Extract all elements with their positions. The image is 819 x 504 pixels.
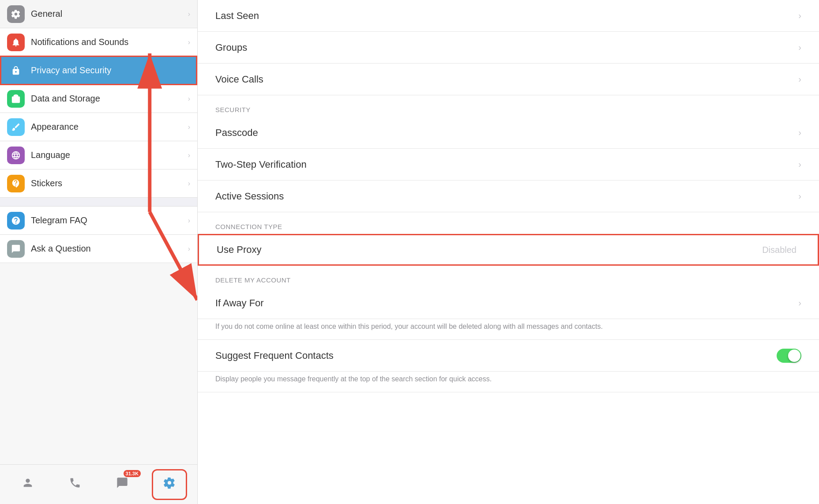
- faq-icon: [7, 212, 25, 229]
- active-sessions-label: Active Sessions: [215, 191, 798, 202]
- sidebar-item-language[interactable]: Language ›: [0, 141, 197, 169]
- passcode-chevron: ›: [798, 128, 801, 138]
- general-icon: [7, 5, 25, 23]
- use-proxy-value: Disabled: [762, 245, 796, 255]
- chevron-icon: ›: [188, 217, 190, 225]
- data-icon: [7, 90, 25, 108]
- sidebar-item-label-ask: Ask a Question: [31, 244, 188, 254]
- stickers-icon: [7, 175, 25, 192]
- contacts-tab-icon: [22, 477, 34, 492]
- active-sessions-chevron: ›: [798, 191, 801, 201]
- sidebar-item-label-faq: Telegram FAQ: [31, 215, 188, 226]
- sidebar-item-privacy[interactable]: Privacy and Security: [0, 56, 197, 85]
- sidebar-spacer: [0, 198, 197, 207]
- active-sessions-row[interactable]: Active Sessions ›: [198, 181, 819, 212]
- voice-calls-row[interactable]: Voice Calls ›: [198, 64, 819, 95]
- if-away-label: If Away For: [215, 297, 798, 309]
- contacts-section: Suggest Frequent Contacts Display people…: [198, 340, 819, 392]
- two-step-label: Two-Step Verification: [215, 159, 798, 170]
- chats-badge: 31.3K: [124, 470, 141, 477]
- security-section: SECURITY Passcode › Two-Step Verificatio…: [198, 95, 819, 212]
- use-proxy-row[interactable]: Use Proxy Disabled: [198, 234, 819, 266]
- groups-row[interactable]: Groups ›: [198, 32, 819, 64]
- tab-settings[interactable]: [152, 469, 187, 500]
- appearance-icon: [7, 118, 25, 136]
- security-header: SECURITY: [198, 95, 819, 117]
- sidebar-nav: General › Notifications and Sounds › Pri…: [0, 0, 197, 464]
- last-seen-row[interactable]: Last Seen ›: [198, 0, 819, 32]
- suggest-contacts-description: Display people you message frequently at…: [198, 372, 819, 392]
- suggest-contacts-row[interactable]: Suggest Frequent Contacts: [198, 340, 819, 372]
- if-away-row[interactable]: If Away For ›: [198, 287, 819, 319]
- sidebar-item-appearance[interactable]: Appearance ›: [0, 113, 197, 141]
- calls-tab-icon: [69, 477, 81, 492]
- last-seen-chevron: ›: [798, 11, 801, 21]
- tab-contacts[interactable]: [10, 469, 45, 500]
- sidebar-item-general[interactable]: General ›: [0, 0, 197, 28]
- ask-icon: [7, 240, 25, 258]
- sidebar-item-label-stickers: Stickers: [31, 178, 188, 188]
- passcode-label: Passcode: [215, 127, 798, 139]
- notifications-icon: [7, 34, 25, 51]
- use-proxy-label: Use Proxy: [217, 244, 762, 256]
- chevron-icon: ›: [188, 10, 190, 18]
- sidebar-item-notifications[interactable]: Notifications and Sounds ›: [0, 28, 197, 56]
- connection-header: CONNECTION TYPE: [198, 212, 819, 234]
- chevron-icon: ›: [188, 95, 190, 103]
- sidebar: General › Notifications and Sounds › Pri…: [0, 0, 198, 504]
- sidebar-item-ask[interactable]: Ask a Question ›: [0, 235, 197, 263]
- chevron-icon: ›: [188, 180, 190, 188]
- delete-header: DELETE MY ACCOUNT: [198, 266, 819, 287]
- two-step-row[interactable]: Two-Step Verification ›: [198, 149, 819, 181]
- sidebar-item-label-data: Data and Storage: [31, 94, 188, 104]
- main-content: Last Seen › Groups › Voice Calls › SECUR…: [198, 0, 819, 504]
- chevron-icon: ›: [188, 151, 190, 159]
- passcode-row[interactable]: Passcode ›: [198, 117, 819, 149]
- sidebar-item-data[interactable]: Data and Storage ›: [0, 85, 197, 113]
- groups-label: Groups: [215, 42, 798, 53]
- sidebar-item-label-language: Language: [31, 150, 188, 160]
- tab-calls[interactable]: [57, 469, 93, 500]
- suggest-contacts-label: Suggest Frequent Contacts: [215, 350, 777, 361]
- two-step-chevron: ›: [798, 159, 801, 169]
- voice-calls-label: Voice Calls: [215, 74, 798, 85]
- sidebar-item-label-general: General: [31, 9, 188, 19]
- chevron-icon: ›: [188, 123, 190, 131]
- if-away-chevron: ›: [798, 298, 801, 308]
- if-away-description: If you do not come online at least once …: [198, 319, 819, 340]
- tab-chats[interactable]: 31.3K: [105, 469, 140, 500]
- privacy-rows-section: Last Seen › Groups › Voice Calls ›: [198, 0, 819, 95]
- suggest-contacts-toggle[interactable]: [777, 349, 801, 363]
- sidebar-item-label-privacy: Privacy and Security: [31, 65, 190, 75]
- chats-tab-icon: [116, 477, 128, 492]
- delete-section: DELETE MY ACCOUNT If Away For › If you d…: [198, 266, 819, 340]
- connection-section: CONNECTION TYPE Use Proxy Disabled: [198, 212, 819, 266]
- sidebar-item-label-notifications: Notifications and Sounds: [31, 37, 188, 47]
- sidebar-item-stickers[interactable]: Stickers ›: [0, 169, 197, 198]
- chevron-icon: ›: [188, 245, 190, 253]
- language-icon: [7, 147, 25, 164]
- tab-bar: 31.3K: [0, 464, 197, 504]
- privacy-icon: [7, 62, 25, 79]
- chevron-icon: ›: [188, 38, 190, 46]
- voice-calls-chevron: ›: [798, 74, 801, 84]
- sidebar-item-faq[interactable]: Telegram FAQ ›: [0, 207, 197, 235]
- groups-chevron: ›: [798, 42, 801, 53]
- sidebar-item-label-appearance: Appearance: [31, 122, 188, 132]
- last-seen-label: Last Seen: [215, 10, 798, 22]
- settings-tab-icon: [163, 477, 176, 492]
